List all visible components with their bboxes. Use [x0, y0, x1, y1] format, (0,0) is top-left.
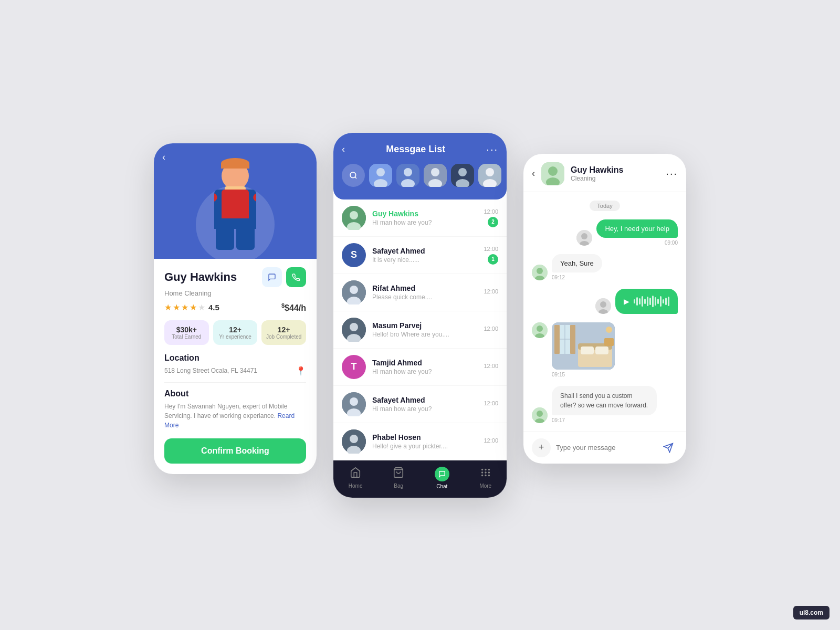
- recv-img-avatar: [532, 322, 548, 338]
- message-input[interactable]: [556, 444, 654, 452]
- message-item-6[interactable]: Phabel Hosen Hello! give a your pickter.…: [333, 423, 507, 460]
- stat-exp-label: Yr experience: [217, 334, 254, 340]
- action-buttons: [262, 267, 306, 287]
- svg-point-33: [481, 472, 482, 473]
- star-4: ★: [190, 302, 197, 312]
- svg-point-46: [581, 233, 587, 239]
- rating-row: ★ ★ ★ ★ ★ 4.5 $$44/h: [164, 302, 306, 313]
- message-item-0[interactable]: Guy Hawkins Hi man how are you? 12:00 2: [333, 200, 507, 237]
- messages-more-button[interactable]: ···: [486, 143, 498, 155]
- wave-bar-1: [634, 299, 635, 303]
- send-message-button[interactable]: [659, 438, 678, 457]
- chat-messages-area: Today Hey, I need your help 09:00 Yeah, …: [523, 192, 686, 432]
- profile-content: Guy Hawkins Home Cleaning ★ ★ ★ ★: [154, 259, 317, 474]
- msg-meta-2: 12:00: [484, 288, 498, 297]
- figure-leg-left: [216, 229, 234, 250]
- chat-contact-name: Guy Hawkins: [571, 165, 659, 175]
- search-icon[interactable]: [342, 164, 365, 187]
- nav-home[interactable]: Home: [349, 467, 363, 489]
- svg-point-3: [376, 168, 385, 176]
- chat-msg-image: 09:15: [532, 322, 678, 377]
- message-item-1[interactable]: S Safayet Ahmed It is very nice...... 12…: [333, 237, 507, 274]
- message-item-3[interactable]: Masum Parvej Hello! bro Where are you...…: [333, 311, 507, 349]
- svg-rect-61: [554, 325, 560, 354]
- msg-name-1: Safayet Ahmed: [372, 247, 477, 255]
- svg-point-9: [431, 168, 439, 176]
- msg-name-5: Safayet Ahmed: [372, 396, 477, 404]
- nav-chat-label: Chat: [436, 484, 447, 489]
- stat-jobs: 12+ Job Completed: [261, 320, 306, 345]
- screen-messages: ‹ Messgae List ···: [333, 133, 507, 498]
- stat-earned: $30k+ Total Earned: [164, 320, 209, 345]
- msg-content-3: Masum Parvej Hello! bro Where are you...…: [372, 321, 477, 338]
- bottom-nav: Home Bag Chat More: [333, 460, 507, 498]
- add-attachment-button[interactable]: +: [532, 438, 551, 457]
- messages-back-button[interactable]: ‹: [342, 144, 345, 155]
- avatar-img-2: [396, 164, 419, 187]
- svg-point-35: [488, 472, 489, 473]
- stats-container: $30k+ Total Earned 12+ Yr experience 12+…: [164, 320, 306, 345]
- recv-img-wrapper: 09:15: [552, 322, 615, 377]
- location-title: Location: [164, 353, 306, 363]
- svg-point-68: [606, 327, 612, 333]
- contact-avatar-4[interactable]: [451, 164, 474, 187]
- svg-point-52: [600, 301, 606, 308]
- back-button[interactable]: ‹: [162, 152, 165, 163]
- star-2: ★: [173, 302, 180, 312]
- chat-button[interactable]: [262, 267, 282, 287]
- nav-more-label: More: [479, 483, 491, 489]
- nav-more[interactable]: More: [479, 467, 491, 489]
- nav-bag[interactable]: Bag: [393, 467, 404, 489]
- cleaner-figure: [214, 162, 256, 250]
- msg-badge-0: 2: [488, 217, 498, 227]
- wave-bar-8: [652, 296, 654, 307]
- chat-icon: [435, 467, 449, 481]
- contact-avatar-1[interactable]: [369, 164, 392, 187]
- msg-avatar-5: [342, 392, 366, 416]
- message-list: Guy Hawkins Hi man how are you? 12:00 2 …: [333, 200, 507, 460]
- provider-address: 518 Long Street Ocala, FL 34471: [164, 367, 257, 374]
- messages-header: ‹ Messgae List ···: [333, 133, 507, 200]
- stat-jobs-label: Job Completed: [266, 334, 302, 340]
- msg-name-4: Tamjid Ahmed: [372, 359, 477, 367]
- svg-point-40: [485, 475, 486, 476]
- wave-bar-11: [660, 296, 662, 307]
- svg-point-36: [481, 469, 482, 470]
- figure-arm-left: [214, 190, 218, 203]
- msg-preview-6: Hello! give a your pickter....: [372, 443, 477, 450]
- msg-preview-2: Please quick come....: [372, 293, 477, 301]
- nav-chat[interactable]: Chat: [435, 467, 449, 489]
- svg-rect-62: [570, 325, 575, 354]
- contact-avatar-2[interactable]: [396, 164, 419, 187]
- waveform: [634, 295, 669, 308]
- contact-avatar-5[interactable]: [478, 164, 501, 187]
- chat-msg-voice: ▶: [532, 289, 678, 314]
- stat-earned-value: $30k+: [169, 326, 205, 334]
- provider-name: Guy Hawkins: [164, 270, 237, 284]
- avatar-img-5: [478, 164, 501, 187]
- avatar-img-3: [424, 164, 447, 187]
- sent-msg-wrapper-0: Hey, I need your help 09:00: [596, 219, 678, 246]
- message-item-5[interactable]: Safayet Ahmed Hi man how are you? 12:00: [333, 386, 507, 423]
- msg-time-6: 12:00: [484, 437, 498, 444]
- play-icon[interactable]: ▶: [624, 297, 629, 306]
- msg-avatar-3: [342, 318, 366, 342]
- svg-point-18: [350, 211, 358, 219]
- confirm-booking-button[interactable]: Confirm Booking: [164, 438, 306, 464]
- nav-bag-label: Bag: [394, 483, 403, 489]
- stat-jobs-value: 12+: [266, 326, 302, 334]
- svg-point-39: [481, 475, 482, 476]
- message-item-2[interactable]: Rifat Ahmed Please quick come.... 12:00: [333, 274, 507, 311]
- svg-point-15: [486, 168, 494, 176]
- message-item-4[interactable]: T Tamjid Ahmed Hi man how are you? 12:00: [333, 349, 507, 386]
- svg-point-24: [350, 323, 358, 331]
- call-button[interactable]: [286, 267, 306, 287]
- recv-msg-wrapper-1: Yeah, Sure 09:12: [552, 254, 602, 280]
- msg-time-5: 12:00: [484, 400, 498, 406]
- chat-options-button[interactable]: ···: [666, 167, 678, 180]
- svg-rect-65: [581, 346, 594, 354]
- contact-avatar-3[interactable]: [424, 164, 447, 187]
- figure-legs: [216, 229, 255, 250]
- screen-chat: ‹ Guy Hawkins Cleaning ··· Today Hey, I …: [523, 154, 686, 464]
- chat-back-button[interactable]: ‹: [532, 168, 535, 179]
